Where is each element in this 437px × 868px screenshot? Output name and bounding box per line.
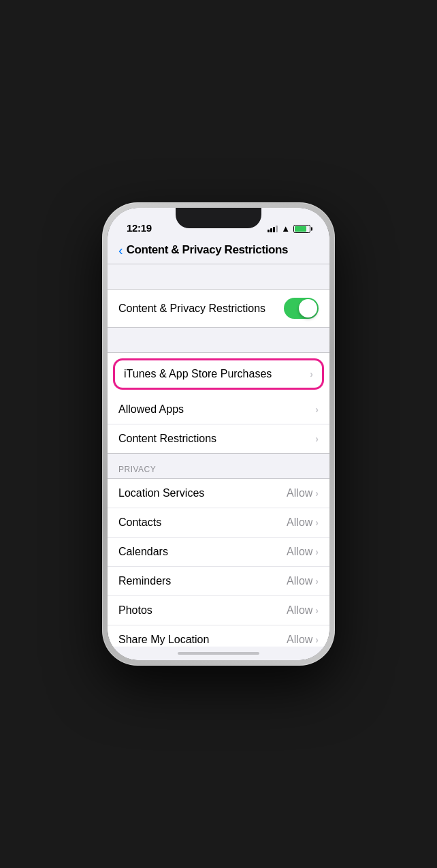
contacts-right: Allow › <box>287 516 319 529</box>
battery-icon <box>293 225 310 233</box>
itunes-purchases-item[interactable]: iTunes & App Store Purchases › <box>113 358 324 390</box>
itunes-purchases-right: › <box>310 369 313 379</box>
toggle-knob <box>299 299 317 317</box>
allowed-apps-item[interactable]: Allowed Apps › <box>108 395 329 424</box>
phone-frame: 12:19 ▲ ‹ Content & Privacy Restrictions <box>102 202 335 666</box>
privacy-section: Location Services Allow › Contacts Allow… <box>108 478 329 647</box>
battery-fill <box>295 226 306 232</box>
signal-icon <box>268 226 278 232</box>
photos-value: Allow <box>287 604 312 617</box>
photos-right: Allow › <box>287 604 319 617</box>
spacer-1 <box>108 328 329 352</box>
photos-label: Photos <box>118 604 152 617</box>
toggle-label: Content & Privacy Restrictions <box>118 303 265 315</box>
reminders-label: Reminders <box>118 575 171 587</box>
contacts-value: Allow <box>287 516 312 529</box>
chevron-icon-ls: › <box>315 488 319 499</box>
location-services-right: Allow › <box>287 487 319 499</box>
calendars-value: Allow <box>287 546 312 558</box>
calendars-item[interactable]: Calendars Allow › <box>108 538 329 567</box>
chevron-icon-rem: › <box>315 576 319 587</box>
chevron-icon-cal: › <box>315 546 319 557</box>
location-services-item[interactable]: Location Services Allow › <box>108 479 329 508</box>
location-services-label: Location Services <box>118 487 204 499</box>
page-title: Content & Privacy Restrictions <box>123 243 291 257</box>
home-bar <box>178 652 259 655</box>
share-location-right: Allow › <box>287 634 319 646</box>
toggle-switch[interactable] <box>284 298 319 319</box>
home-indicator <box>108 647 329 660</box>
phone-inner: 12:19 ▲ ‹ Content & Privacy Restrictions <box>108 208 329 660</box>
toggle-row: Content & Privacy Restrictions <box>118 290 319 327</box>
itunes-purchases-label: iTunes & App Store Purchases <box>124 368 272 380</box>
reminders-right: Allow › <box>287 575 319 587</box>
chevron-icon-2: › <box>315 404 319 415</box>
wifi-icon: ▲ <box>281 223 290 234</box>
share-location-label: Share My Location <box>118 634 209 646</box>
calendars-right: Allow › <box>287 546 319 558</box>
chevron-icon-sml: › <box>315 634 319 645</box>
nav-bar: ‹ Content & Privacy Restrictions <box>108 238 329 264</box>
chevron-icon-3: › <box>315 433 319 444</box>
phone-screen: 12:19 ▲ ‹ Content & Privacy Restrictions <box>108 208 329 660</box>
status-bar: 12:19 ▲ <box>108 208 329 238</box>
scroll-content[interactable]: Content & Privacy Restrictions iTunes & … <box>108 264 329 647</box>
content-restrictions-label: Content Restrictions <box>118 433 216 445</box>
content-restrictions-item[interactable]: Content Restrictions › <box>108 424 329 453</box>
chevron-icon-c: › <box>315 517 319 528</box>
spacer-2: PRIVACY <box>108 454 329 478</box>
allowed-apps-label: Allowed Apps <box>118 403 184 416</box>
top-spacer <box>108 264 329 289</box>
chevron-icon-ph: › <box>315 605 319 616</box>
share-location-value: Allow <box>287 634 312 646</box>
menu-section-main: iTunes & App Store Purchases › Allowed A… <box>108 352 329 454</box>
back-button[interactable]: ‹ <box>118 244 123 257</box>
chevron-icon: › <box>310 369 313 379</box>
status-icons: ▲ <box>268 223 310 234</box>
toggle-section: Content & Privacy Restrictions <box>108 289 329 328</box>
reminders-item[interactable]: Reminders Allow › <box>108 567 329 596</box>
privacy-section-header: PRIVACY <box>108 454 329 477</box>
calendars-label: Calendars <box>118 546 168 558</box>
reminders-value: Allow <box>287 575 312 587</box>
allowed-apps-right: › <box>315 404 319 415</box>
share-location-item[interactable]: Share My Location Allow › <box>108 625 329 647</box>
status-time: 12:19 <box>127 222 152 234</box>
location-services-value: Allow <box>287 487 312 499</box>
contacts-item[interactable]: Contacts Allow › <box>108 508 329 538</box>
photos-item[interactable]: Photos Allow › <box>108 596 329 625</box>
notch <box>176 208 261 228</box>
back-chevron-icon: ‹ <box>118 243 123 257</box>
content-restrictions-right: › <box>315 433 319 444</box>
contacts-label: Contacts <box>118 516 161 529</box>
